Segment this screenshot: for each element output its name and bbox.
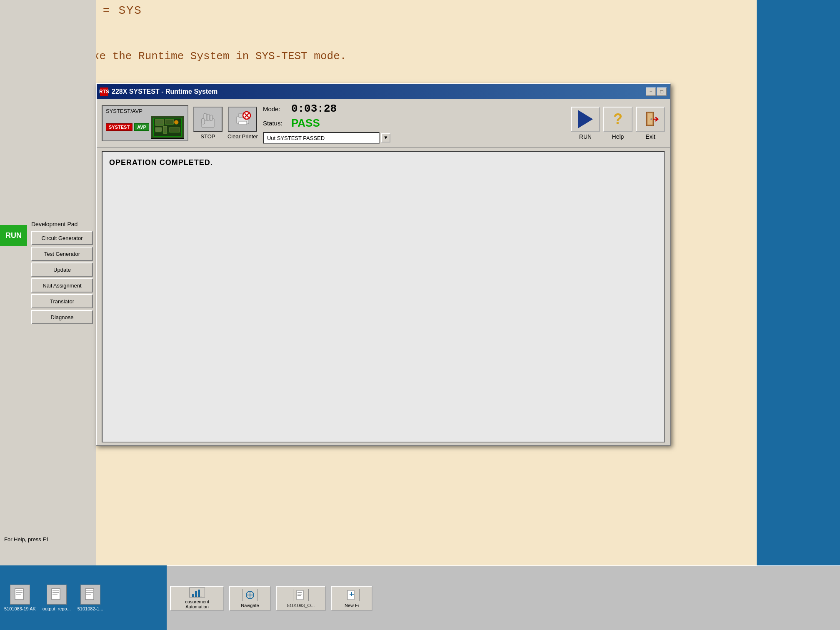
run-label: RUN (579, 133, 592, 140)
taskbar-newfile-btn[interactable]: New Fi (331, 586, 372, 611)
help-button[interactable]: ? (603, 107, 632, 132)
update-button[interactable]: Update (31, 262, 93, 277)
clear-printer-container: Clear Printer (228, 107, 258, 140)
systest-tab[interactable]: SYSTEST (106, 123, 132, 131)
desktop-icon-img-2 (80, 585, 100, 605)
svg-point-24 (650, 118, 652, 120)
title-bar-buttons: − □ (646, 88, 667, 96)
taskbar-measurement-label: easurementAutomation (185, 599, 209, 609)
status-label: Status: (263, 120, 288, 127)
content-area: OPERATION COMPLETED. (102, 151, 665, 442)
svg-rect-14 (202, 118, 205, 124)
svg-rect-35 (86, 590, 93, 591)
maximize-button[interactable]: □ (657, 88, 667, 96)
taskbar-chart-icon (189, 588, 205, 598)
title-bar-left: RTS 228X SYSTEST - Runtime System (100, 88, 218, 96)
taskbar-file1-label: 5101083_O... (287, 603, 315, 608)
desktop-icon-1[interactable]: output_repo... (42, 585, 71, 611)
taskbar-navigate-btn[interactable]: Navigate (229, 586, 271, 611)
diagnose-button[interactable]: Diagnose (31, 310, 93, 324)
title-bar: RTS 228X SYSTEST - Runtime System − □ (97, 84, 670, 99)
svg-rect-37 (86, 594, 91, 595)
svg-rect-17 (239, 121, 247, 125)
title-icon: RTS (100, 88, 108, 96)
exit-label: Exit (645, 133, 655, 140)
run-button[interactable] (571, 107, 600, 132)
avp-tab[interactable]: AVP (134, 123, 149, 131)
svg-rect-45 (297, 590, 303, 600)
mode-row: Mode: 0:03:28 (263, 102, 566, 115)
clear-printer-label: Clear Printer (228, 133, 258, 140)
svg-rect-32 (52, 592, 59, 593)
svg-rect-49 (348, 590, 354, 600)
svg-rect-4 (155, 127, 161, 131)
clear-printer-button[interactable] (228, 107, 257, 132)
pcb-image (151, 116, 184, 139)
svg-point-9 (174, 120, 178, 124)
desktop-icon-label-2: 5101082-1... (78, 606, 103, 611)
desktop-icon-0[interactable]: 5101083-19 AK (4, 585, 36, 611)
dev-pad-group: Development Pad Circuit Generator Test G… (31, 221, 98, 326)
mode-label: Mode: (263, 105, 288, 112)
status-dropdown[interactable] (263, 132, 380, 144)
svg-rect-39 (195, 591, 197, 597)
left-sidebar: RUN Development Pad Circuit Generator Te… (0, 0, 96, 630)
right-tool-buttons: RUN ? Help (571, 107, 665, 140)
taskbar-newfile-label: New Fi (345, 603, 359, 608)
svg-rect-27 (16, 590, 22, 591)
translator-button[interactable]: Translator (31, 294, 93, 308)
mode-value: 0:03:28 (291, 102, 337, 115)
taskbar-navigate-label: Navigate (241, 603, 259, 608)
exit-button[interactable] (636, 107, 665, 132)
desktop-icon-label-0: 5101083-19 AK (4, 606, 36, 611)
test-generator-button[interactable]: Test Generator (31, 247, 93, 261)
desktop-icon-2[interactable]: 5101082-1... (78, 585, 103, 611)
dev-pad-title: Development Pad (31, 221, 98, 228)
taskbar: easurementAutomation Navigate 5101083_O.… (167, 565, 840, 630)
svg-rect-33 (52, 594, 58, 595)
taskbar-navigate-icon (242, 589, 258, 601)
nail-assignment-button[interactable]: Nail Assignment (31, 278, 93, 292)
runtime-system-dialog: RTS 228X SYSTEST - Runtime System − □ SY… (96, 83, 671, 446)
svg-rect-12 (207, 114, 210, 121)
systest-panel-label: SYSTEST/AVP (106, 108, 142, 114)
status-panel: Mode: 0:03:28 Status: PASS ▼ (263, 102, 566, 144)
taskbar-measurement-btn[interactable]: easurementAutomation (170, 586, 224, 611)
help-label: Help (612, 133, 624, 140)
right-panel (757, 0, 840, 630)
svg-rect-5 (163, 126, 167, 133)
dialog-title: 228X SYSTEST - Runtime System (112, 88, 218, 95)
desktop-icon-img-1 (47, 585, 67, 605)
svg-rect-46 (298, 592, 302, 593)
svg-rect-3 (165, 119, 173, 124)
svg-rect-2 (155, 119, 163, 125)
svg-rect-40 (198, 590, 200, 597)
desktop-icon-label-1: output_repo... (42, 606, 71, 611)
taskbar-file1-btn[interactable]: 5101083_O... (276, 586, 326, 611)
status-value: PASS (291, 117, 320, 130)
toolbar: SYSTEST/AVP SYSTEST AVP (97, 99, 670, 148)
dropdown-arrow-button[interactable]: ▼ (381, 133, 390, 142)
stop-button[interactable] (193, 107, 222, 132)
sidebar-run-button[interactable]: RUN (0, 225, 27, 246)
desktop-icons: 5101083-19 AK output_repo... 5101082-1..… (0, 565, 167, 630)
systest-avp-panel: SYSTEST/AVP SYSTEST AVP (102, 105, 188, 141)
status-dropdown-row: ▼ (263, 132, 566, 144)
circuit-generator-button[interactable]: Circuit Generator (31, 231, 93, 245)
help-hint: For Help, press F1 (4, 536, 49, 542)
run-button-container: RUN (571, 107, 600, 140)
svg-rect-31 (52, 590, 59, 591)
svg-rect-36 (86, 592, 93, 593)
status-row: Status: PASS (263, 117, 566, 130)
svg-rect-48 (298, 595, 301, 596)
help-button-container: ? Help (603, 107, 632, 140)
help-question-icon: ? (613, 110, 622, 128)
exit-button-container: Exit (636, 107, 665, 140)
svg-rect-47 (298, 594, 302, 595)
minimize-button[interactable]: − (646, 88, 656, 96)
systest-images: SYSTEST AVP (106, 116, 184, 139)
svg-rect-29 (16, 594, 21, 595)
stop-label: STOP (200, 133, 215, 140)
operation-completed-text: OPERATION COMPLETED. (109, 158, 213, 167)
taskbar-file1-icon (293, 589, 309, 601)
